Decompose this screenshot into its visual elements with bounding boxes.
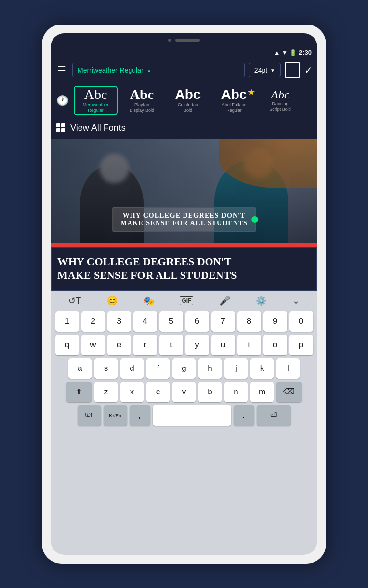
key-5[interactable]: 5: [159, 311, 183, 332]
status-time: 2:30: [299, 49, 312, 56]
key-m[interactable]: m: [250, 382, 274, 402]
font-item-dancing: Abc DancingScript Bold: [258, 87, 302, 114]
key-row-numbers: 1 2 3 4 5 6 7 8 9 0: [53, 311, 315, 332]
key-a[interactable]: a: [68, 358, 92, 379]
keyboard-toolbar: ↺T 😊 🎭 GIF 🎤 ⚙️ ⌄: [53, 294, 315, 308]
app-toolbar: ☰ Merriweather Regular ▲ 24pt ▼ ✓: [51, 58, 317, 82]
color-picker-button[interactable]: [285, 62, 300, 78]
key-4[interactable]: 4: [133, 311, 157, 332]
status-icons: ▲ ▼ 🔋 2:30: [274, 49, 312, 56]
return-key[interactable]: ⏎: [257, 405, 291, 426]
key-f[interactable]: f: [146, 358, 170, 379]
key-8[interactable]: 8: [237, 311, 261, 332]
key-s[interactable]: s: [94, 358, 118, 379]
phone-notch: [51, 33, 317, 47]
key-r[interactable]: r: [133, 335, 157, 355]
key-1[interactable]: 1: [55, 311, 79, 332]
recent-fonts-icon[interactable]: 🕐: [53, 93, 72, 108]
font-selection-row: 🕐 Abc MerriweatherRegular Abc PlayfairDi…: [51, 82, 317, 119]
font-label-dancing: DancingScript Bold: [269, 101, 291, 112]
key-d[interactable]: d: [120, 358, 144, 379]
view-all-fonts-button[interactable]: View All Fonts: [51, 119, 317, 139]
voice-icon[interactable]: 🎤: [219, 295, 230, 306]
font-option-playfair[interactable]: Abc PlayfairDisplay Bold: [120, 86, 164, 115]
font-size-label: 24pt: [254, 66, 267, 74]
key-w[interactable]: w: [81, 335, 105, 355]
key-z[interactable]: z: [94, 382, 118, 402]
key-6[interactable]: 6: [185, 311, 209, 332]
font-selector-button[interactable]: Merriweather Regular ▲: [72, 63, 245, 77]
settings-icon[interactable]: ⚙️: [256, 295, 266, 306]
grid-icon: [56, 123, 65, 132]
key-j[interactable]: j: [224, 358, 248, 379]
key-y[interactable]: y: [185, 335, 209, 355]
font-label-playfair: PlayfairDisplay Bold: [130, 102, 154, 113]
key-n[interactable]: n: [224, 382, 248, 402]
space-key[interactable]: [153, 405, 231, 426]
key-k[interactable]: k: [250, 358, 274, 379]
edit-handle-dot[interactable]: [251, 216, 258, 223]
phone-frame: ▲ ▼ 🔋 2:30 ☰ Merriweather Regular ▲ 24pt…: [42, 24, 326, 564]
emoji-icon[interactable]: 😊: [107, 295, 118, 306]
key-row-zxcv: ⇧ z x c v b n m ⌫: [53, 382, 315, 402]
key-q[interactable]: q: [55, 335, 79, 355]
key-h[interactable]: h: [198, 358, 222, 379]
font-option-merriweather[interactable]: Abc MerriweatherRegular: [74, 86, 118, 115]
key-0[interactable]: 0: [289, 311, 313, 332]
key-9[interactable]: 9: [263, 311, 287, 332]
font-label-merriweather: MerriweatherRegular: [83, 102, 109, 113]
font-item-merriweather: Abc MerriweatherRegular: [74, 86, 118, 115]
status-bar: ▲ ▼ 🔋 2:30: [51, 47, 317, 58]
font-label-abril: Abril FatfaceRegular: [222, 102, 247, 113]
text-preview-section: WHY COLLEGE DEGREES DON'T MAKE SENSE FOR…: [51, 247, 317, 291]
font-preview-abc: Abc: [84, 88, 107, 101]
symbols-key[interactable]: !#1: [78, 405, 101, 426]
key-x[interactable]: x: [120, 382, 144, 402]
key-c[interactable]: c: [146, 382, 170, 402]
preview-text-line1: WHY COLLEGE DEGREES DON'T: [57, 255, 311, 269]
key-i[interactable]: i: [237, 335, 261, 355]
backspace-key[interactable]: ⌫: [276, 382, 302, 402]
key-g[interactable]: g: [172, 358, 196, 379]
comma-key[interactable]: ,: [130, 405, 150, 426]
key-row-bottom: !#1 Kr/En , . ⏎: [53, 405, 315, 426]
key-v[interactable]: v: [172, 382, 196, 402]
text-transform-icon[interactable]: ↺T: [68, 295, 81, 306]
key-row-qwerty: q w e r t y u i o p: [53, 335, 315, 355]
font-item-comfortaa: Abc ComfortaaBold: [166, 86, 210, 115]
font-size-button[interactable]: 24pt ▼: [249, 63, 281, 77]
confirm-button[interactable]: ✓: [304, 64, 313, 76]
expand-icon[interactable]: ⌄: [292, 295, 300, 306]
overlay-text-line1: WHY COLLEGE DEGREES DON'T: [120, 212, 248, 220]
shift-key[interactable]: ⇧: [66, 382, 92, 402]
selected-font-name: Merriweather Regular: [78, 66, 144, 74]
period-key[interactable]: .: [234, 405, 254, 426]
menu-button[interactable]: ☰: [55, 62, 68, 78]
key-7[interactable]: 7: [211, 311, 235, 332]
phone-screen: ▲ ▼ 🔋 2:30 ☰ Merriweather Regular ▲ 24pt…: [51, 33, 317, 555]
image-text-overlay[interactable]: WHY COLLEGE DEGREES DON'T MAKE SENSE FOR…: [112, 207, 256, 232]
key-l[interactable]: l: [276, 358, 300, 379]
gif-icon[interactable]: GIF: [180, 296, 193, 305]
font-preview-abc-dancing: Abc: [271, 89, 289, 100]
key-2[interactable]: 2: [81, 311, 105, 332]
key-t[interactable]: t: [159, 335, 183, 355]
image-preview-area: WHY COLLEGE DEGREES DON'T MAKE SENSE FOR…: [51, 139, 317, 247]
key-3[interactable]: 3: [107, 311, 131, 332]
keyboard: ↺T 😊 🎭 GIF 🎤 ⚙️ ⌄ 1 2 3 4 5 6 7 8 9 0: [51, 291, 317, 555]
key-e[interactable]: e: [107, 335, 131, 355]
font-selector-arrow: ▲: [147, 68, 152, 73]
notch-dot: [168, 39, 171, 42]
key-o[interactable]: o: [263, 335, 287, 355]
font-preview-abc-playfair: Abc: [130, 88, 154, 101]
font-option-comfortaa[interactable]: Abc ComfortaaBold: [166, 86, 210, 115]
key-u[interactable]: u: [211, 335, 235, 355]
key-p[interactable]: p: [289, 335, 313, 355]
favorite-star-icon: ★: [247, 87, 255, 98]
font-option-dancing[interactable]: Abc DancingScript Bold: [258, 87, 302, 114]
sticker-icon[interactable]: 🎭: [143, 295, 154, 306]
red-accent-bar: [51, 243, 317, 247]
size-arrow-icon: ▼: [270, 68, 275, 73]
language-key[interactable]: Kr/En: [104, 405, 127, 426]
key-b[interactable]: b: [198, 382, 222, 402]
